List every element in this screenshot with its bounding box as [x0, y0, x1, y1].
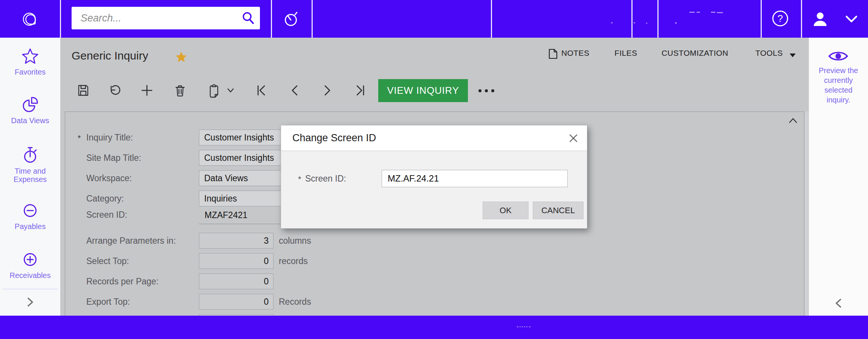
field-label-inquiry-title: Inquiry Title: — [86, 130, 196, 145]
preview-description[interactable]: Preview the currently selected inquiry. — [809, 66, 868, 105]
chevron-up-icon — [788, 116, 798, 124]
menu-item-notes[interactable]: NOTES — [561, 49, 589, 58]
last-record-button[interactable] — [354, 84, 367, 97]
right-panel-collapse-button[interactable] — [833, 298, 844, 308]
sidebar-item-payables[interactable]: Payables — [0, 202, 60, 231]
export-top-input[interactable]: 0 — [199, 294, 274, 310]
redacted-artifact — [717, 12, 723, 13]
header-expand-button[interactable] — [845, 14, 858, 24]
sidebar-item-data-views[interactable]: Data Views — [0, 96, 60, 125]
sidebar-item-label: Payables — [2, 222, 58, 231]
previous-record-icon — [288, 84, 301, 97]
header-separator — [271, 0, 272, 38]
sidebar-item-label: Data Views — [2, 116, 58, 125]
view-inquiry-button[interactable]: VIEW INQUIRY — [378, 79, 468, 102]
arrange-parameters-input[interactable]: 3 — [199, 233, 274, 249]
change-screen-id-dialog: Change Screen ID * Screen ID: OK CANCEL — [281, 125, 587, 229]
plus-icon — [141, 84, 153, 97]
clipboard-menu-caret[interactable] — [226, 87, 235, 94]
field-label-export-top: Export Top: — [86, 294, 196, 310]
first-record-button[interactable] — [255, 84, 267, 97]
records-per-page-input[interactable]: 0 — [199, 273, 274, 289]
business-date-button[interactable] — [283, 10, 300, 28]
chevron-right-icon — [25, 297, 35, 307]
required-marker: * — [78, 130, 85, 145]
dialog-screen-id-input[interactable] — [382, 170, 568, 187]
dialog-close-button[interactable] — [568, 133, 579, 144]
ellipsis-icon — [476, 88, 497, 93]
user-menu-button[interactable] — [812, 11, 828, 27]
clipboard-icon — [208, 84, 220, 98]
app-logo-button[interactable] — [20, 9, 40, 29]
field-label-select-top: Select Top: — [86, 253, 196, 269]
notes-icon[interactable] — [548, 49, 558, 59]
sidebar-expand-button[interactable] — [25, 297, 35, 307]
field-label-category: Category: — [86, 191, 196, 206]
redacted-artifact — [646, 23, 647, 24]
save-icon — [77, 84, 90, 97]
sidebar-item-time-and-expenses[interactable]: Time and Expenses — [0, 146, 60, 183]
ok-button[interactable]: OK — [483, 202, 529, 219]
sidebar-item-label: Receivables — [2, 271, 58, 279]
preview-inquiry-button[interactable] — [828, 50, 848, 63]
workspace-sidebar: Favorites Data Views Time a — [0, 38, 60, 316]
clock-icon — [283, 10, 300, 28]
chevron-down-icon — [845, 14, 858, 24]
next-record-icon — [321, 84, 334, 97]
add-button[interactable] — [141, 84, 153, 97]
svg-text:?: ? — [778, 13, 783, 24]
toolbar-more-button[interactable] — [476, 88, 497, 93]
header-separator — [60, 0, 61, 38]
field-suffix-records: records — [279, 253, 308, 269]
chevron-left-icon — [833, 298, 844, 308]
last-record-icon — [354, 84, 367, 97]
help-button[interactable]: ? — [772, 10, 789, 27]
cancel-button[interactable]: CANCEL — [533, 202, 584, 219]
stopwatch-icon — [21, 146, 39, 164]
undo-button[interactable] — [108, 84, 121, 97]
trash-icon — [174, 84, 186, 97]
save-button[interactable] — [77, 84, 90, 97]
tools-caret-icon[interactable] — [790, 52, 796, 56]
panel-right-gutter — [805, 111, 808, 316]
sidebar-divider — [2, 289, 58, 289]
clipboard-button[interactable] — [208, 84, 220, 97]
redacted-artifact — [611, 22, 613, 23]
search-input[interactable] — [72, 7, 260, 29]
redacted-artifact — [517, 326, 530, 327]
field-label-workspace: Workspace: — [86, 170, 196, 186]
favorite-star-icon[interactable] — [176, 51, 187, 63]
bottom-bar — [0, 316, 868, 339]
field-suffix-export-records: Records — [279, 294, 311, 310]
dialog-titlebar: Change Screen ID — [281, 125, 587, 151]
next-record-button[interactable] — [321, 84, 334, 97]
screen-id-value: MZAF2421 — [205, 207, 248, 223]
sidebar-item-receivables[interactable]: Receivables — [0, 251, 60, 279]
menu-item-customization[interactable]: CUSTOMIZATION — [662, 49, 728, 58]
field-label-site-map-title: Site Map Title: — [86, 150, 196, 166]
previous-record-button[interactable] — [288, 84, 301, 97]
menu-item-tools[interactable]: TOOLS — [755, 49, 783, 58]
undo-icon — [108, 84, 121, 97]
header-separator — [801, 0, 802, 38]
field-label-records-per-page: Records per Page: — [86, 273, 196, 289]
dialog-required-marker: * — [298, 170, 301, 187]
redacted-artifact — [675, 22, 677, 24]
field-label-screen-id: Screen ID: — [86, 207, 196, 223]
sidebar-item-favorites[interactable]: Favorites — [0, 47, 60, 76]
star-icon — [21, 47, 39, 65]
search-icon[interactable] — [241, 11, 255, 26]
header-separator — [631, 0, 633, 38]
pie-chart-icon — [21, 96, 39, 113]
delete-button[interactable] — [174, 84, 186, 97]
top-header-bar: ? — [0, 0, 868, 38]
circle-minus-icon — [21, 202, 39, 219]
select-top-input[interactable]: 0 — [199, 253, 274, 269]
menu-item-files[interactable]: FILES — [614, 49, 637, 58]
redacted-artifact — [711, 12, 715, 13]
redacted-artifact — [634, 22, 635, 23]
panel-collapse-button[interactable] — [788, 116, 798, 124]
page-title: Generic Inquiry — [72, 49, 148, 62]
user-icon — [812, 11, 828, 27]
header-separator — [761, 0, 762, 38]
